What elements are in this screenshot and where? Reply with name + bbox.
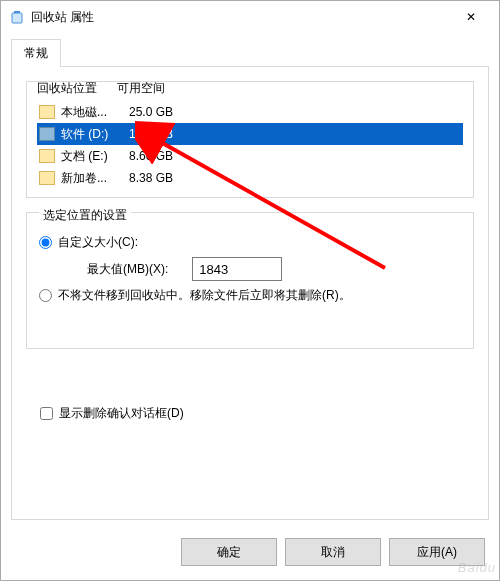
cancel-button[interactable]: 取消 [285,538,381,566]
location-group: 回收站位置 可用空间 本地磁...25.0 GB软件 (D:)18.0 GB文档… [26,81,474,198]
folder-icon [39,149,55,163]
drive-row[interactable]: 文档 (E:)8.60 GB [37,145,463,167]
drive-row[interactable]: 本地磁...25.0 GB [37,101,463,123]
drive-name: 新加卷... [61,170,121,187]
close-icon: ✕ [466,10,476,24]
svg-rect-1 [14,11,20,13]
radio-custom-input[interactable] [39,236,52,249]
drive-row[interactable]: 软件 (D:)18.0 GB [37,123,463,145]
dialog-buttons: 确定 取消 应用(A) [1,530,499,580]
col-space: 可用空间 [117,80,165,97]
drive-name: 软件 (D:) [61,126,121,143]
folder-icon [39,171,55,185]
close-button[interactable]: ✕ [451,3,491,31]
drive-space: 8.60 GB [129,149,173,163]
drive-list[interactable]: 本地磁...25.0 GB软件 (D:)18.0 GB文档 (E:)8.60 G… [37,101,463,189]
confirm-delete-input[interactable] [40,407,53,420]
watermark: Baidu [458,560,496,575]
recycle-bin-icon [9,9,25,25]
radio-dont-move-input[interactable] [39,289,52,302]
settings-legend: 选定位置的设置 [39,207,131,224]
confirm-delete-checkbox[interactable]: 显示删除确认对话框(D) [40,405,474,422]
confirm-delete-label: 显示删除确认对话框(D) [59,405,184,422]
properties-dialog: 回收站 属性 ✕ 常规 回收站位置 可用空间 本地磁...25.0 GB软件 (… [0,0,500,581]
table-header: 回收站位置 可用空间 [37,80,463,97]
folder-icon [39,127,55,141]
radio-custom-label: 自定义大小(C): [58,234,138,251]
drive-space: 8.38 GB [129,171,173,185]
max-size-input[interactable] [192,257,282,281]
ok-button[interactable]: 确定 [181,538,277,566]
titlebar: 回收站 属性 ✕ [1,1,499,33]
radio-dont-move[interactable]: 不将文件移到回收站中。移除文件后立即将其删除(R)。 [39,287,461,304]
drive-row[interactable]: 新加卷...8.38 GB [37,167,463,189]
window-title: 回收站 属性 [31,9,451,26]
max-size-label: 最大值(MB)(X): [87,261,168,278]
svg-rect-0 [12,13,22,23]
radio-custom-size[interactable]: 自定义大小(C): [39,234,461,251]
max-size-row: 最大值(MB)(X): [87,257,461,281]
drive-space: 18.0 GB [129,127,173,141]
col-location: 回收站位置 [37,80,117,97]
folder-icon [39,105,55,119]
settings-group: 选定位置的设置 自定义大小(C): 最大值(MB)(X): 不将文件移到回收站中… [26,212,474,349]
tab-general[interactable]: 常规 [11,39,61,67]
drive-name: 本地磁... [61,104,121,121]
drive-space: 25.0 GB [129,105,173,119]
radio-dont-move-label: 不将文件移到回收站中。移除文件后立即将其删除(R)。 [58,287,351,304]
drive-name: 文档 (E:) [61,148,121,165]
tab-content: 回收站位置 可用空间 本地磁...25.0 GB软件 (D:)18.0 GB文档… [11,66,489,520]
tab-strip: 常规 [1,33,499,67]
